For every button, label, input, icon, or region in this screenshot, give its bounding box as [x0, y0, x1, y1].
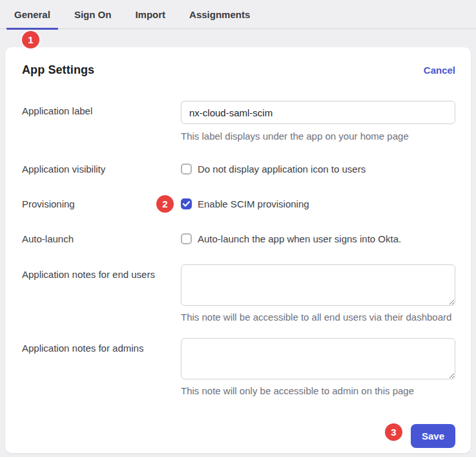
notes-end-users-textarea[interactable] [181, 264, 455, 306]
notes-admins-label: Application notes for admins [22, 338, 181, 354]
step-badge-3: 3 [385, 423, 402, 441]
auto-launch-checkbox[interactable] [181, 233, 192, 244]
row-auto-launch: Auto-launch Auto-launch the app when use… [22, 232, 455, 245]
application-label-input[interactable] [181, 101, 455, 124]
notes-end-users-label: Application notes for end users [22, 264, 181, 280]
tab-import[interactable]: Import [127, 0, 173, 28]
row-notes-admins: Application notes for admins This note w… [22, 338, 455, 398]
check-icon [183, 201, 190, 207]
row-notes-end-users: Application notes for end users This not… [22, 264, 455, 324]
tab-bar: General Sign On Import Assignments [0, 0, 476, 29]
scim-provisioning-checkbox[interactable] [181, 198, 192, 209]
app-settings-panel: App Settings Cancel Application label Th… [5, 47, 471, 453]
page-title: App Settings [22, 63, 94, 77]
save-button[interactable]: Save [411, 424, 455, 448]
notes-admins-textarea[interactable] [181, 338, 455, 379]
row-provisioning: Provisioning 2 Enable SCIM provisioning [22, 197, 455, 210]
auto-launch-label: Auto-launch [22, 233, 181, 244]
row-save: 3 Save [22, 423, 455, 448]
application-label-label: Application label [22, 101, 181, 116]
notes-admins-helper: This note will only be accessible to adm… [181, 385, 455, 398]
panel-header: App Settings Cancel [22, 63, 455, 77]
visibility-checkbox[interactable] [181, 164, 192, 175]
visibility-checkbox-label: Do not display application icon to users [198, 164, 366, 175]
step-badge-2: 2 [156, 195, 174, 213]
application-label-helper: This label displays under the app on you… [181, 130, 455, 143]
row-application-visibility: Application visibility Do not display ap… [22, 162, 455, 175]
application-visibility-label: Application visibility [22, 164, 181, 175]
cancel-link[interactable]: Cancel [424, 65, 455, 76]
tab-assignments[interactable]: Assignments [181, 0, 258, 28]
tab-general[interactable]: General [6, 0, 58, 28]
tab-sign-on[interactable]: Sign On [67, 0, 119, 28]
auto-launch-checkbox-label: Auto-launch the app when user signs into… [198, 233, 401, 244]
notes-end-users-helper: This note will be accessible to all end … [181, 311, 455, 324]
step-badge-1: 1 [22, 31, 39, 48]
row-application-label: Application label This label displays un… [22, 101, 455, 143]
scim-provisioning-checkbox-label: Enable SCIM provisioning [198, 198, 309, 209]
